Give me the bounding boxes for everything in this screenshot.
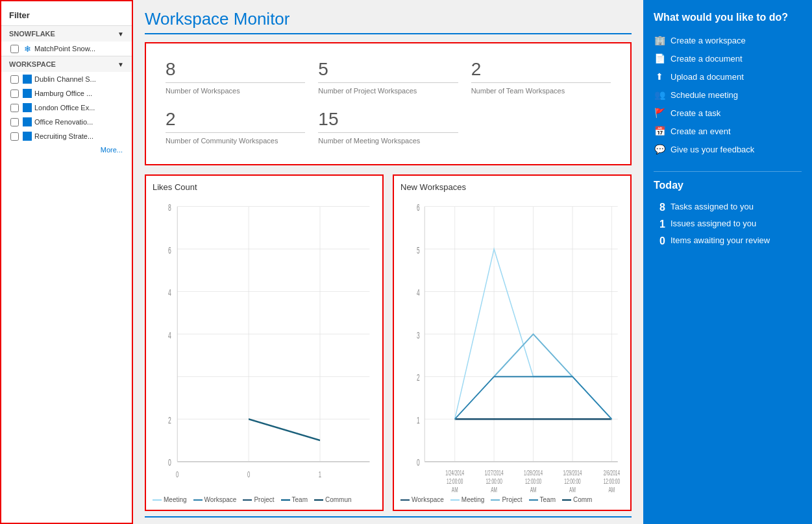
- stat-number-0: 8: [166, 59, 305, 80]
- today-issues-label: Issues assigned to you: [671, 219, 756, 228]
- snowflake-checkbox-0[interactable]: [10, 45, 19, 53]
- workspace-item-3[interactable]: Office Renovatio...: [1, 115, 132, 129]
- ws-checkbox-1[interactable]: [10, 89, 19, 98]
- stat-label-1: Number of Project Workspaces: [318, 87, 458, 95]
- workspace-icon-1: [23, 89, 32, 98]
- snowflake-chevron-icon: ▼: [117, 30, 124, 38]
- create-document-icon: 📄: [654, 53, 665, 64]
- create-task-icon: 🚩: [654, 107, 665, 119]
- legend-project: Project: [243, 496, 274, 503]
- legend-dot-meeting: [153, 499, 162, 501]
- stat-divider-0: [166, 82, 305, 83]
- stat-label-0: Number of Workspaces: [166, 87, 305, 95]
- action-create-workspace[interactable]: 🏢 Create a workspace: [654, 31, 802, 49]
- action-upload-document[interactable]: ⬆ Upload a document: [654, 67, 802, 86]
- stat-divider-1: [318, 82, 458, 83]
- svg-text:2/6/2014: 2/6/2014: [604, 469, 620, 477]
- svg-text:4: 4: [168, 287, 171, 298]
- stat-project-workspaces: 5 Number of Project Workspaces: [312, 54, 464, 104]
- legend-label-community: Commun: [325, 496, 352, 503]
- today-tasks-count: 8: [654, 202, 665, 213]
- action-create-document-label: Create a document: [671, 54, 743, 64]
- ws-checkbox-0[interactable]: [10, 75, 19, 84]
- svg-text:12:00:00: 12:00:00: [525, 477, 541, 485]
- action-create-workspace-label: Create a workspace: [671, 36, 746, 45]
- schedule-meeting-icon: 👥: [654, 89, 665, 101]
- ws-checkbox-2[interactable]: [10, 104, 19, 112]
- today-tasks-label: Tasks assigned to you: [671, 202, 754, 211]
- likes-chart-legend: Meeting Workspace Project Team Commun: [153, 496, 376, 503]
- svg-text:0: 0: [247, 470, 250, 479]
- stat-workspaces: 8 Number of Workspaces: [159, 54, 312, 104]
- filter-title: Filter: [1, 8, 132, 25]
- today-issues-count: 1: [654, 219, 665, 230]
- ws-checkbox-3[interactable]: [10, 118, 19, 126]
- svg-text:6: 6: [168, 244, 171, 256]
- stat-number-1: 5: [318, 59, 458, 80]
- snowflake-item-0[interactable]: ❄ MatchPoint Snow...: [1, 42, 132, 56]
- create-event-icon: 📅: [654, 125, 665, 137]
- more-link[interactable]: More...: [1, 143, 132, 156]
- workspace-item-4[interactable]: Recruiting Strate...: [1, 129, 132, 143]
- snowflake-icon: ❄: [23, 44, 32, 53]
- svg-text:12:00:00: 12:00:00: [486, 477, 502, 485]
- svg-text:1/24/2014: 1/24/2014: [445, 469, 464, 477]
- snowflake-label: SNOWFLAKE: [9, 30, 55, 38]
- main-content: Workspace Monitor 8 Number of Workspaces…: [133, 0, 643, 524]
- action-create-task[interactable]: 🚩 Create a task: [654, 104, 802, 122]
- action-give-feedback-label: Give us your feedback: [671, 145, 754, 154]
- ws-item-label-3: Office Renovatio...: [34, 118, 93, 126]
- workspace-item-1[interactable]: Hamburg Office ...: [1, 86, 132, 101]
- svg-text:6: 6: [417, 202, 420, 213]
- workspace-item-0[interactable]: Dublin Channel S...: [1, 72, 132, 86]
- svg-text:4: 4: [168, 329, 171, 340]
- action-give-feedback[interactable]: 💬 Give us your feedback: [654, 140, 802, 158]
- stat-team-workspaces: 2 Number of Team Workspaces: [465, 54, 617, 104]
- new-workspaces-legend: Workspace Meeting Project Team Comm: [400, 496, 624, 503]
- charts-row: Likes Count 8 6 4: [145, 174, 632, 511]
- svg-text:3: 3: [417, 329, 420, 340]
- what-title: What would you like to do?: [654, 12, 802, 23]
- today-review-count: 0: [654, 235, 665, 247]
- workspace-label: WORKSPACE: [9, 60, 56, 68]
- ws-checkbox-4[interactable]: [10, 132, 19, 141]
- today-section: Today 8 Tasks assigned to you 1 Issues a…: [654, 171, 802, 250]
- svg-text:1/28/2014: 1/28/2014: [524, 469, 543, 477]
- right-panel: What would you like to do? 🏢 Create a wo…: [643, 0, 812, 524]
- nw-legend-project: Project: [491, 496, 522, 503]
- stat-community-workspaces: 2 Number of Community Workspaces: [159, 104, 312, 154]
- workspace-item-2[interactable]: London Office Ex...: [1, 101, 132, 115]
- create-workspace-icon: 🏢: [654, 34, 665, 46]
- stat-meeting-workspaces: 15 Number of Meeting Workspaces: [312, 104, 464, 154]
- new-workspaces-svg: 6 5 4 3 2 1 0: [400, 196, 624, 494]
- bottom-line: [145, 516, 632, 518]
- svg-text:1: 1: [417, 414, 420, 425]
- nw-legend-team: Team: [529, 496, 556, 503]
- nw-legend-workspace: Workspace: [400, 496, 444, 503]
- legend-dot-project: [243, 499, 252, 501]
- legend-dot-community: [314, 499, 323, 501]
- nw-legend-label-project: Project: [502, 496, 522, 503]
- ws-item-label-1: Hamburg Office ...: [34, 89, 92, 97]
- workspace-icon-4: [23, 132, 32, 141]
- workspace-icon-0: [23, 75, 32, 84]
- legend-label-meeting: Meeting: [164, 496, 187, 503]
- snowflake-section-header[interactable]: SNOWFLAKE ▼: [1, 25, 132, 42]
- action-create-document[interactable]: 📄 Create a document: [654, 49, 802, 67]
- nw-legend-dot-workspace: [400, 499, 410, 501]
- stat-label-4: Number of Meeting Workspaces: [318, 137, 458, 145]
- nw-legend-label-meeting: Meeting: [461, 496, 485, 503]
- stat-label-2: Number of Team Workspaces: [471, 87, 611, 95]
- today-review-label: Items awaiting your review: [671, 235, 770, 245]
- snowflake-item-label-0: MatchPoint Snow...: [34, 45, 95, 53]
- workspace-section-header[interactable]: WORKSPACE ▼: [1, 56, 132, 72]
- legend-team: Team: [281, 496, 308, 503]
- nw-legend-label-comm: Comm: [573, 496, 592, 503]
- stat-divider-4: [318, 132, 458, 133]
- workspace-items: Dublin Channel S... Hamburg Office ... L…: [1, 72, 132, 143]
- action-schedule-meeting[interactable]: 👥 Schedule meeting: [654, 86, 802, 104]
- nw-legend-comm: Comm: [562, 496, 592, 503]
- action-create-event[interactable]: 📅 Create an event: [654, 122, 802, 140]
- workspace-icon-3: [23, 117, 32, 126]
- legend-dot-team: [281, 499, 290, 501]
